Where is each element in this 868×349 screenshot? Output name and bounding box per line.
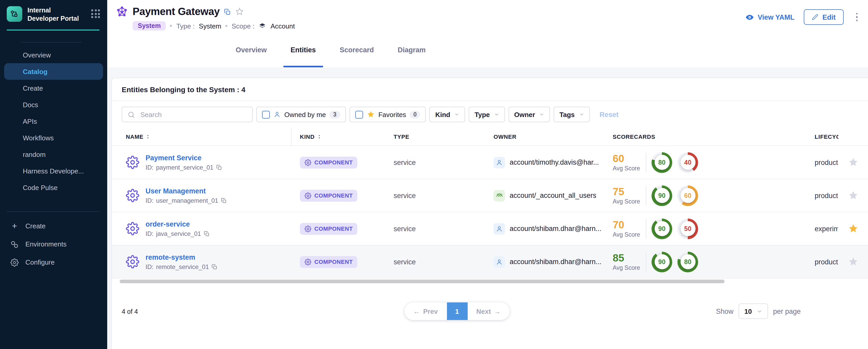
owner-cell: account/shibam.dhar@harn... [494, 256, 601, 267]
sidebar-footer-label: Create [25, 222, 45, 230]
scope-label: Scope : [232, 22, 254, 30]
tab-bar: Overview Entities Scorecard Diagram [107, 32, 868, 67]
entity-meta: System Type : System Scope : Account [116, 21, 295, 31]
entity-id: ID:remote_service_01 [146, 263, 218, 270]
plus-icon: + [10, 222, 19, 230]
copy-icon[interactable] [221, 197, 227, 203]
search-input[interactable] [139, 110, 247, 119]
tags-dropdown[interactable]: Tags [554, 107, 590, 122]
copy-icon[interactable] [216, 164, 222, 170]
type-dropdown[interactable]: Type [469, 107, 505, 122]
favorite-star-icon[interactable] [848, 157, 859, 168]
scrollbar-thumb[interactable] [120, 280, 724, 283]
sidebar-item-code-pulse[interactable]: Code Pulse [4, 179, 103, 196]
owned-by-me-label: Owned by me [284, 110, 326, 118]
entity-name-link[interactable]: remote-system [146, 253, 218, 261]
tab-overview[interactable]: Overview [228, 32, 274, 67]
horizontal-scrollbar [112, 279, 868, 284]
sidebar-item-workflows[interactable]: Workflows [4, 129, 103, 146]
owner-value: account/shibam.dhar@harn... [509, 225, 601, 232]
prev-page-button[interactable]: ← Prev [404, 303, 447, 320]
lifecycle-cell: production [815, 258, 838, 266]
favorite-star-icon[interactable] [848, 256, 859, 267]
entity-name-cell: User Management ID:user_management_01 [126, 187, 287, 204]
entity-name-link[interactable]: User Management [146, 187, 227, 195]
sidebar: Internal Developer Portal Overview Catal… [0, 0, 107, 349]
sidebar-item-catalog[interactable]: Catalog [4, 63, 103, 80]
owner-dropdown[interactable]: Owner [508, 107, 550, 122]
table-row[interactable]: Payment Service ID:payment_service_01 CO [112, 146, 868, 179]
entity-name-link[interactable]: order-service [146, 220, 210, 228]
type-label: Type : [176, 22, 195, 30]
portal-title: Internal Developer Portal [27, 6, 81, 23]
page-size-select[interactable]: 10 [739, 304, 768, 319]
type-cell: service [394, 192, 416, 199]
edit-button[interactable]: Edit [804, 9, 843, 25]
tab-scorecard[interactable]: Scorecard [333, 32, 381, 67]
score-divider [646, 153, 646, 172]
module-grid-icon[interactable] [91, 6, 100, 18]
tab-diagram[interactable]: Diagram [391, 32, 433, 67]
search-box[interactable] [122, 107, 253, 122]
current-page-button[interactable]: 1 [447, 303, 467, 320]
view-yaml-button[interactable]: View YAML [745, 13, 795, 22]
next-page-button[interactable]: Next → [467, 303, 509, 320]
table-row[interactable]: order-service ID:java_service_01 COMPONE [112, 212, 868, 246]
kind-cell: COMPONENT [300, 223, 358, 234]
favorite-star-icon[interactable] [848, 223, 859, 234]
avg-score-value: 60 [613, 153, 642, 164]
favorite-star-icon[interactable] [235, 7, 244, 16]
scorecard-gauge: 80 [677, 251, 698, 272]
entity-kind-chip: System [132, 21, 166, 31]
search-icon [127, 110, 135, 118]
sort-icon[interactable] [146, 133, 150, 139]
lifecycle-cell: production [815, 158, 838, 166]
sidebar-item-overview[interactable]: Overview [4, 46, 103, 63]
entity-name-cell: remote-system ID:remote_service_01 [126, 253, 287, 270]
column-header-scorecards: SCORECARDS [613, 133, 812, 139]
favorites-checkbox[interactable] [355, 110, 363, 118]
copy-icon[interactable] [224, 8, 231, 15]
component-gear-icon [126, 222, 139, 235]
scorecard-gauge: 60 [677, 185, 698, 206]
row-count-summary: 4 of 4 [122, 308, 138, 315]
scope-value: Account [271, 22, 295, 30]
favorites-filter[interactable]: Favorites 0 [349, 107, 426, 122]
sidebar-footer-environments[interactable]: Environments [0, 235, 107, 253]
reset-button[interactable]: Reset [599, 110, 619, 118]
owner-cell: account/shibam.dhar@harn... [494, 223, 601, 234]
kind-dropdown[interactable]: Kind [430, 107, 465, 122]
sidebar-item-harness-developer[interactable]: Harness Develope... [4, 163, 103, 179]
sort-icon[interactable] [317, 133, 321, 139]
chevron-down-icon [494, 112, 499, 117]
favorite-star-icon[interactable] [848, 190, 859, 201]
system-graph-icon [116, 5, 128, 18]
sidebar-footer-label: Configure [25, 258, 55, 266]
column-header-kind[interactable]: KIND [300, 133, 321, 139]
sidebar-item-random[interactable]: random [4, 146, 103, 163]
column-header-owner: OWNER [494, 133, 516, 139]
sidebar-footer-create[interactable]: + Create [0, 217, 107, 235]
owned-by-me-filter[interactable]: Owned by me 3 [256, 107, 346, 122]
sidebar-footer-configure[interactable]: Configure [0, 253, 107, 271]
gear-icon [305, 225, 311, 232]
sidebar-item-apis[interactable]: APIs [4, 113, 103, 129]
sidebar-item-create[interactable]: Create [4, 80, 103, 96]
sidebar-item-docs[interactable]: Docs [4, 96, 103, 113]
kind-chip: COMPONENT [300, 156, 358, 168]
copy-icon[interactable] [204, 230, 210, 236]
owned-by-me-checkbox[interactable] [262, 110, 270, 118]
chevron-down-icon [455, 112, 460, 117]
prev-arrow-icon: ← [413, 307, 420, 315]
table-row[interactable]: User Management ID:user_management_01 CO [112, 179, 868, 212]
column-header-name[interactable]: NAME [126, 133, 287, 139]
entity-name-link[interactable]: Payment Service [146, 154, 222, 162]
pager: ← Prev 1 Next → [404, 303, 509, 320]
tab-entities[interactable]: Entities [283, 32, 323, 67]
table-row[interactable]: remote-system ID:remote_service_01 COMPO [112, 246, 868, 279]
copy-icon[interactable] [212, 263, 218, 270]
page-header-left: Payment Gateway System Type : System Sco… [116, 5, 295, 31]
person-icon [494, 157, 505, 168]
avg-score-value: 85 [613, 253, 642, 263]
kebab-menu-icon[interactable] [853, 11, 861, 24]
